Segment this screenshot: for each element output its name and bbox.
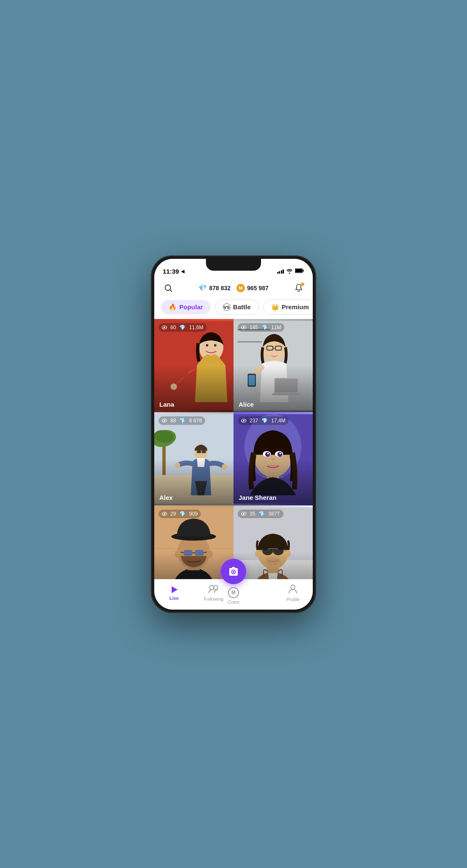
jane-name: Jane Sheran — [239, 494, 276, 501]
camera-fab-button[interactable] — [221, 559, 246, 584]
bar1 — [277, 272, 278, 274]
svg-rect-2 — [303, 270, 304, 272]
header-row: 💎 878 832 M 965 987 — [161, 281, 306, 295]
svg-point-85 — [243, 513, 245, 515]
bar2 — [279, 271, 280, 274]
nav-coins-label2: Coins — [228, 599, 239, 605]
notification-dot — [301, 283, 304, 286]
currency-group: 💎 878 832 M 965 987 — [198, 284, 268, 292]
notification-button[interactable] — [292, 281, 306, 295]
following-icon — [208, 584, 219, 595]
cell6-views: 35 — [250, 511, 255, 517]
cell6-diamond-icon: 💎 — [259, 511, 265, 517]
svg-point-88 — [236, 568, 238, 570]
lana-views: 60 — [170, 324, 176, 330]
tab-battle[interactable]: vs Battle — [215, 300, 259, 315]
cell-overlay-1 — [154, 319, 234, 412]
notch — [206, 259, 261, 271]
svg-marker-89 — [172, 586, 178, 593]
location-icon: ◀ — [181, 269, 184, 274]
grid-cell-alice[interactable]: 185 💎 11M Alice — [234, 319, 313, 412]
lana-diamonds: 11,6M — [189, 324, 203, 330]
diamond-icon: 💎 — [198, 284, 207, 292]
status-time: 11:39 — [163, 268, 179, 275]
live-icon — [170, 585, 179, 594]
alice-diamonds: 11M — [271, 324, 281, 330]
coin-value: 965 987 — [247, 285, 269, 291]
alex-diamonds: 8 878 — [189, 418, 202, 424]
svg-line-4 — [170, 290, 172, 291]
grid-cell-alex[interactable]: 88 💎 8 878 Alex — [154, 412, 234, 505]
wifi-icon — [286, 268, 293, 275]
diamond-value: 878 832 — [209, 285, 231, 291]
tab-premium[interactable]: 👑 Premium — [263, 300, 313, 315]
profile-icon — [288, 584, 297, 596]
alex-diamond-icon: 💎 — [179, 418, 186, 424]
grid-cell-jane[interactable]: 237 💎 17,4M Jane Sheran — [234, 412, 313, 505]
alice-name: Alice — [239, 401, 254, 408]
cell-overlay-2 — [234, 319, 313, 412]
nav-item-live[interactable]: Live — [154, 585, 194, 601]
tab-popular[interactable]: 🔥 Popular — [161, 300, 211, 314]
cell-stats-alice: 185 💎 11M — [238, 323, 284, 332]
svg-point-26 — [243, 327, 245, 328]
tab-battle-label: Battle — [233, 303, 251, 311]
lana-name: Lana — [159, 401, 174, 408]
alice-views: 185 — [250, 324, 258, 330]
svg-rect-1 — [295, 269, 302, 272]
alex-views: 88 — [170, 418, 176, 424]
tab-popular-label: Popular — [179, 303, 203, 311]
coin-currency: M 965 987 — [236, 284, 269, 292]
cell-stats-6: 35 💎 387T — [238, 510, 284, 518]
jane-diamonds: 17,4M — [271, 418, 285, 424]
battery-icon — [295, 268, 304, 275]
lexter-views: 29 — [170, 511, 176, 517]
nav-following-label: Following — [204, 596, 223, 602]
phone-screen: 11:39 ◀ — [154, 259, 313, 610]
nav-item-profile[interactable]: Profile — [273, 584, 313, 602]
diamond-currency: 💎 878 832 — [198, 284, 231, 292]
cell-stats-alex: 88 💎 8 878 — [158, 416, 205, 425]
bar4 — [283, 269, 284, 274]
signal-bars — [277, 269, 284, 274]
nav-item-coins-visible[interactable]: M Coins — [228, 587, 239, 605]
header: 💎 878 832 M 965 987 — [154, 277, 313, 319]
alice-diamond-icon: 💎 — [261, 324, 268, 330]
coin-icon: M — [236, 284, 245, 292]
cell-stats-lexter: 29 💎 909 — [158, 510, 201, 518]
cell-overlay-3 — [154, 412, 234, 505]
cell6-diamonds: 387T — [268, 511, 280, 517]
phone-frame: 11:39 ◀ — [151, 255, 316, 613]
svg-point-11 — [164, 327, 165, 328]
grid-cell-lana[interactable]: 60 💎 11,6M Lana — [154, 319, 234, 412]
jane-diamond-icon: 💎 — [261, 418, 268, 424]
coins-circle-icon: M — [228, 587, 239, 598]
bar3 — [281, 270, 282, 274]
lana-diamond-icon: 💎 — [179, 324, 186, 330]
tabs-row: 🔥 Popular vs Battle 👑 Premium — [161, 300, 306, 315]
nav-profile-label: Profile — [286, 597, 300, 602]
nav-live-label: Live — [170, 596, 179, 601]
battle-vs-icon: vs — [223, 303, 231, 311]
cell-stats-lana: 60 💎 11,6M — [158, 323, 207, 332]
alex-name: Alex — [159, 494, 173, 501]
tab-premium-label: Premium — [282, 303, 309, 311]
cell-overlay-4 — [234, 412, 313, 505]
lexter-diamond-icon: 💎 — [179, 511, 186, 517]
svg-point-92 — [291, 585, 295, 589]
svg-point-70 — [164, 513, 165, 515]
svg-point-55 — [243, 420, 245, 422]
lexter-diamonds: 909 — [189, 511, 197, 517]
svg-point-42 — [164, 420, 165, 422]
crown-icon: 👑 — [271, 303, 279, 311]
flame-icon: 🔥 — [169, 303, 177, 311]
content-grid: 60 💎 11,6M Lana — [154, 319, 313, 579]
svg-point-87 — [233, 571, 234, 573]
cell-stats-jane: 237 💎 17,4M — [238, 416, 289, 425]
status-icons — [277, 268, 305, 275]
search-button[interactable] — [161, 281, 175, 295]
jane-views: 237 — [250, 418, 258, 424]
